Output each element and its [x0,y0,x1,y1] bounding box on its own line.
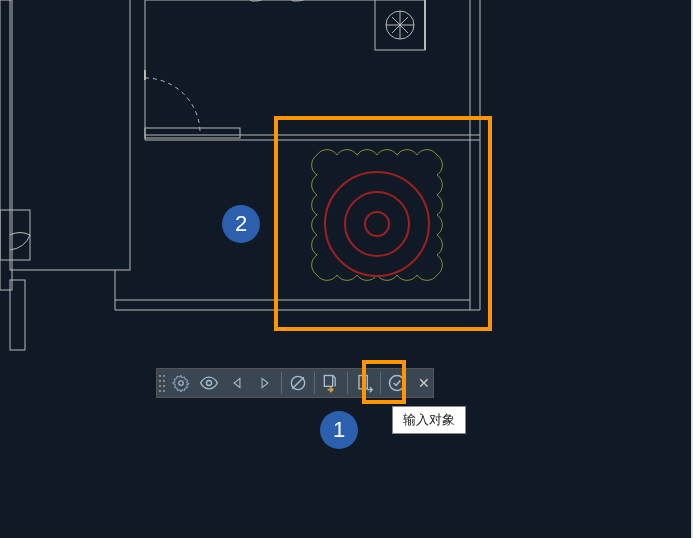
visibility-button[interactable] [195,369,223,397]
svg-point-24 [207,381,212,386]
close-button[interactable]: ✕ [415,374,433,392]
svg-line-26 [292,377,304,389]
callout-badge-2: 2 [222,205,260,243]
svg-rect-2 [0,0,12,290]
selection-highlight [274,116,492,331]
cad-drawing-canvas[interactable] [0,0,693,538]
svg-rect-13 [145,128,240,138]
svg-point-20 [325,172,429,276]
svg-rect-28 [359,376,367,389]
svg-point-10 [386,11,414,39]
toolbar-grip[interactable] [157,369,167,397]
callout-badge-1: 1 [320,411,358,449]
next-button[interactable] [251,369,279,397]
svg-point-21 [345,192,409,256]
toolbar-separator [314,372,315,394]
toolbar-separator [347,372,348,394]
confirm-button[interactable] [383,369,411,397]
settings-button[interactable] [167,369,195,397]
prev-button[interactable] [223,369,251,397]
svg-rect-0 [10,0,130,270]
svg-rect-3 [0,210,30,260]
import-object-button[interactable] [317,369,345,397]
svg-point-22 [365,212,389,236]
xref-compare-toolbar: ✕ [156,368,434,398]
svg-rect-1 [10,280,25,350]
toolbar-separator [380,372,381,394]
svg-point-30 [390,376,405,391]
export-button[interactable] [350,369,378,397]
toolbar-separator [281,372,282,394]
tooltip: 输入对象 [392,406,466,434]
svg-rect-27 [324,376,332,387]
svg-rect-9 [375,0,425,50]
svg-point-23 [179,381,184,386]
no-preview-button[interactable] [284,369,312,397]
